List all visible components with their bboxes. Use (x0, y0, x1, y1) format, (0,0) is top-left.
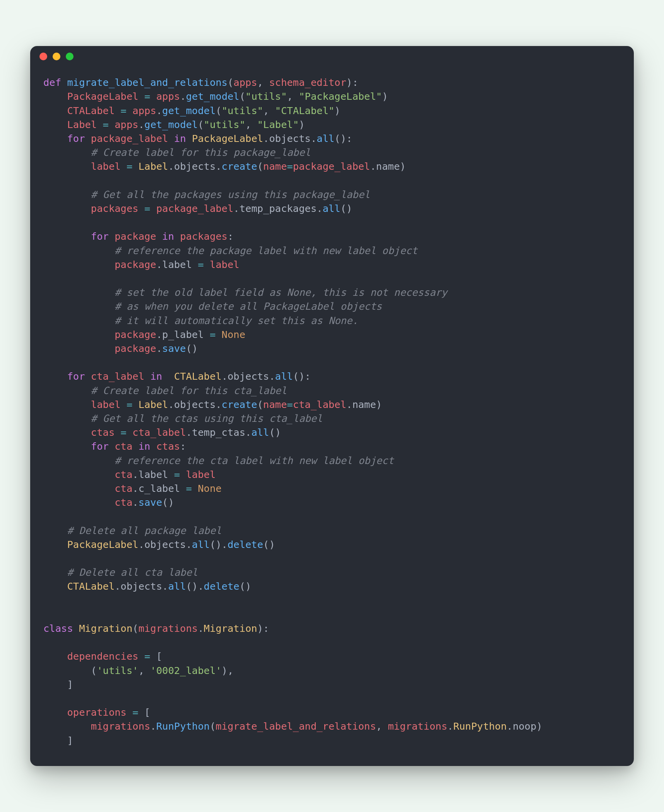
code-token: ctas (91, 426, 115, 438)
window-titlebar (30, 46, 634, 67)
code-token: Label (139, 399, 168, 410)
code-line (43, 271, 621, 285)
code-token (43, 343, 115, 354)
code-token: package_label (156, 203, 234, 214)
code-token: package (115, 329, 156, 340)
code-token: ( (210, 720, 216, 732)
code-token: = (287, 160, 293, 172)
code-token: . (156, 343, 162, 354)
code-token (115, 426, 120, 438)
code-token: (). (210, 539, 228, 550)
code-token (132, 399, 138, 410)
code-line: package.save() (43, 341, 621, 355)
page-stage: def migrate_label_and_relations(apps, sc… (0, 0, 664, 812)
code-line: package.p_label = None (43, 328, 621, 341)
code-token: (). (186, 580, 204, 592)
code-token: migrations (91, 720, 151, 732)
close-icon[interactable] (39, 53, 47, 60)
code-token: () (269, 426, 281, 438)
code-token: "utils" (204, 119, 245, 130)
code-token: () (341, 203, 353, 214)
code-token: cta (115, 496, 132, 508)
code-token: all (192, 539, 210, 550)
code-token (43, 483, 115, 494)
code-line: migrations.RunPython(migrate_label_and_r… (43, 719, 621, 733)
code-token: def (43, 77, 67, 88)
code-token: get_model (144, 119, 198, 130)
code-line: # reference the package label with new l… (43, 244, 621, 258)
code-token (43, 203, 91, 214)
minimize-icon[interactable] (53, 53, 60, 60)
code-line: def migrate_label_and_relations(apps, sc… (43, 75, 621, 89)
code-token (121, 399, 127, 410)
code-line: for cta_label in CTALabel.objects.all(): (43, 369, 621, 383)
zoom-icon[interactable] (66, 53, 74, 60)
code-token: "utils" (245, 90, 287, 102)
code-line: cta.c_label = None (43, 481, 621, 495)
code-token (97, 119, 103, 130)
code-token: ] (43, 735, 73, 746)
code-token: = (127, 399, 132, 410)
code-token: # Delete all package label (67, 525, 221, 536)
code-token: label (91, 399, 121, 410)
code-token (43, 230, 91, 242)
code-token: cta_label (91, 370, 144, 382)
code-token: ( (198, 119, 204, 130)
code-token: save (162, 343, 186, 354)
code-token (162, 370, 174, 382)
code-token: # Get all the ctas using this cta_label (91, 413, 323, 424)
code-token (43, 399, 91, 410)
code-line: label = Label.objects.create(name=packag… (43, 159, 621, 173)
code-line: PackageLabel.objects.all().delete() (43, 537, 621, 551)
code-line: package.label = label (43, 258, 621, 271)
code-token (132, 440, 138, 452)
code-token: = (144, 650, 150, 662)
code-line: PackageLabel = apps.get_model("utils", "… (43, 89, 621, 103)
code-token: .noop) (507, 720, 542, 732)
code-token: in (139, 440, 151, 452)
code-token: apps (156, 90, 180, 102)
code-line: # as when you delete all PackageLabel ob… (43, 299, 621, 313)
code-token: .objects. (139, 539, 192, 550)
code-token (43, 525, 67, 536)
code-token (204, 259, 210, 270)
code-token: package (115, 343, 156, 354)
code-token (139, 203, 144, 214)
code-token (144, 370, 150, 382)
code-token: .objects. (115, 580, 168, 592)
code-token (43, 133, 67, 144)
code-token: label (186, 469, 216, 480)
code-token: CTALabel (67, 105, 115, 116)
code-token (43, 720, 91, 732)
code-token (43, 706, 67, 718)
code-token (43, 189, 91, 200)
code-token: package (115, 259, 156, 270)
code-token (43, 329, 115, 340)
code-line (43, 607, 621, 621)
code-token (168, 133, 174, 144)
code-token: Label (139, 160, 168, 172)
code-token: ( (43, 665, 97, 676)
code-token: dependencies (67, 650, 138, 662)
code-token: "PackageLabel" (299, 90, 382, 102)
code-token: for (91, 230, 109, 242)
code-line: for package in packages: (43, 229, 621, 243)
code-token: apps (115, 119, 138, 130)
code-token (43, 160, 91, 172)
code-token (43, 496, 115, 508)
code-token: .temp_ctas. (186, 426, 252, 438)
code-line: ] (43, 677, 621, 691)
code-token: "utils" (222, 105, 263, 116)
code-token (132, 160, 138, 172)
code-token (156, 230, 162, 242)
code-token (43, 455, 115, 466)
code-token (186, 133, 192, 144)
code-line: ] (43, 734, 621, 747)
code-token: , (245, 119, 257, 130)
code-token: = (121, 105, 127, 116)
code-token: .name) (370, 160, 406, 172)
code-token: packages (91, 203, 139, 214)
code-line: Label = apps.get_model("utils", "Label") (43, 118, 621, 131)
code-token: apps (132, 105, 156, 116)
code-token: . (139, 119, 144, 130)
